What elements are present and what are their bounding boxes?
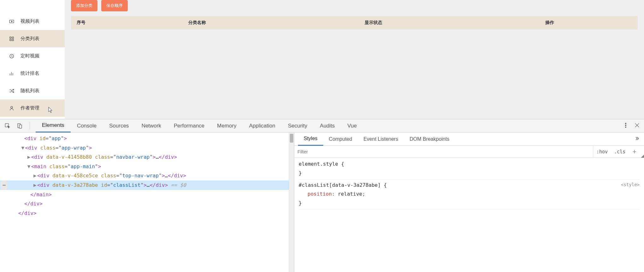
sidebar: 视频列表 分类列表 定时视频 统计排名 随机列表 xyxy=(0,0,65,119)
sidebar-item-random-list[interactable]: 随机列表 xyxy=(0,82,65,99)
col-status: 显示状态 xyxy=(285,16,461,30)
col-actions: 操作 xyxy=(461,16,638,30)
svg-rect-3 xyxy=(12,37,14,38)
styles-tabs: Styles Computed Event Listeners DOM Brea… xyxy=(294,133,644,146)
svg-rect-5 xyxy=(12,39,14,41)
sidebar-item-label: 定时视频 xyxy=(20,53,39,59)
device-toggle-icon[interactable] xyxy=(15,121,24,130)
svg-rect-4 xyxy=(10,39,11,41)
sidebar-item-video-list[interactable]: 视频列表 xyxy=(0,13,65,30)
category-table-wrap: 序号 分类名称 显示状态 操作 xyxy=(71,16,638,30)
toolbar: 添加分类 保存顺序 xyxy=(65,0,644,16)
main-area: 添加分类 保存顺序 序号 分类名称 显示状态 操作 xyxy=(65,0,644,119)
devtools: Elements Console Sources Network Perform… xyxy=(0,119,644,272)
svg-point-13 xyxy=(625,127,626,128)
sidebar-item-author-manage[interactable]: 作者管理 xyxy=(0,99,65,117)
sidebar-item-label: 作者管理 xyxy=(20,105,39,111)
table-header-row: 序号 分类名称 显示状态 操作 xyxy=(71,16,638,30)
rule-close: } xyxy=(299,199,640,208)
cls-toggle[interactable]: .cls xyxy=(611,149,629,155)
shuffle-icon xyxy=(9,88,15,94)
tab-event-listeners[interactable]: Event Listeners xyxy=(358,133,404,146)
inspect-icon[interactable] xyxy=(3,121,12,130)
save-order-button[interactable]: 保存顺序 xyxy=(101,0,128,11)
styles-panel: Styles Computed Event Listeners DOM Brea… xyxy=(294,133,644,272)
tab-performance[interactable]: Performance xyxy=(167,119,211,133)
svg-point-12 xyxy=(625,125,626,126)
clock-icon xyxy=(9,53,15,59)
styles-filter-row: :hov .cls + xyxy=(294,146,644,158)
element-style-close: } xyxy=(299,169,640,178)
app-content: 视频列表 分类列表 定时视频 统计排名 随机列表 xyxy=(0,0,644,119)
rule-source[interactable]: <style> xyxy=(621,181,640,189)
rule-selector: #classList[data-v-3a278abe] { xyxy=(299,181,640,190)
hov-toggle[interactable]: :hov xyxy=(593,149,611,155)
sidebar-item-scheduled-video[interactable]: 定时视频 xyxy=(0,47,65,65)
devtools-right-controls xyxy=(623,122,644,129)
col-index: 序号 xyxy=(71,16,109,30)
video-list-icon xyxy=(9,18,15,25)
elements-scrollbar[interactable] xyxy=(289,133,294,272)
bar-chart-icon xyxy=(9,70,15,77)
add-category-button[interactable]: 添加分类 xyxy=(71,0,97,11)
rule-block[interactable]: <style> #classList[data-v-3a278abe] { po… xyxy=(299,181,640,210)
user-icon xyxy=(9,105,15,111)
more-icon[interactable] xyxy=(623,122,629,129)
sidebar-item-label: 视频列表 xyxy=(20,18,39,24)
tab-network[interactable]: Network xyxy=(135,119,167,133)
add-rule-icon[interactable]: + xyxy=(629,148,640,156)
divider xyxy=(30,122,30,130)
sidebar-item-label: 随机列表 xyxy=(20,88,39,94)
styles-filter-input[interactable] xyxy=(294,146,593,157)
tab-console[interactable]: Console xyxy=(71,119,103,133)
scrollbar-thumb[interactable] xyxy=(290,134,293,143)
sidebar-item-label: 统计排名 xyxy=(20,70,39,76)
svg-rect-10 xyxy=(19,125,21,128)
svg-point-7 xyxy=(11,106,13,108)
svg-point-11 xyxy=(625,123,626,124)
css-declaration[interactable]: position: relative; xyxy=(299,190,640,199)
tab-memory[interactable]: Memory xyxy=(211,119,243,133)
grid-icon xyxy=(9,36,15,42)
devtools-body: <div id="app"> ▼<div class="app-wrap"> ▶… xyxy=(0,133,644,272)
tab-computed[interactable]: Computed xyxy=(323,133,358,146)
close-icon[interactable] xyxy=(634,122,640,129)
category-table: 序号 分类名称 显示状态 操作 xyxy=(71,16,638,30)
element-style-block[interactable]: element.style { } xyxy=(299,160,640,180)
tab-sources[interactable]: Sources xyxy=(103,119,135,133)
tab-audits[interactable]: Audits xyxy=(313,119,341,133)
element-style-selector: element.style { xyxy=(299,160,640,169)
devtools-tabs: Elements Console Sources Network Perform… xyxy=(0,119,644,133)
tab-dom-breakpoints[interactable]: DOM Breakpoints xyxy=(404,133,455,146)
resize-handle-icon[interactable] xyxy=(640,146,644,158)
tab-elements[interactable]: Elements xyxy=(36,119,71,133)
sidebar-item-category-list[interactable]: 分类列表 xyxy=(0,30,65,47)
svg-rect-2 xyxy=(10,37,11,38)
sidebar-item-label: 分类列表 xyxy=(20,36,39,42)
styles-body[interactable]: element.style { } <style> #classList[dat… xyxy=(294,158,644,272)
sidebar-item-stats-ranking[interactable]: 统计排名 xyxy=(0,65,65,82)
svg-marker-1 xyxy=(11,21,12,22)
elements-tree[interactable]: <div id="app"> ▼<div class="app-wrap"> ▶… xyxy=(0,133,289,272)
expand-icon[interactable] xyxy=(634,136,644,142)
tab-security[interactable]: Security xyxy=(282,119,313,133)
tab-styles[interactable]: Styles xyxy=(298,133,323,146)
tab-vue[interactable]: Vue xyxy=(341,119,363,133)
col-name: 分类名称 xyxy=(109,16,285,30)
tab-application[interactable]: Application xyxy=(243,119,282,133)
